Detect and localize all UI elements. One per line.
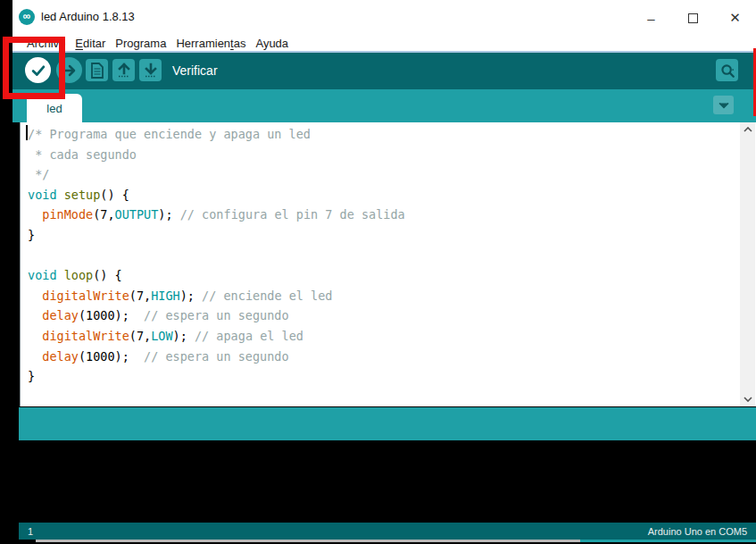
arduino-logo-icon: ∞: [19, 9, 35, 25]
scroll-up-button[interactable]: [740, 122, 755, 137]
maximize-icon: [688, 13, 698, 23]
code-line: void setup() {: [28, 185, 740, 205]
chevron-down-icon: [719, 102, 729, 109]
status-bar: 1 Arduino Uno en COM5: [19, 523, 756, 540]
document-icon: [90, 63, 104, 79]
menu-item-ayuda[interactable]: Ayuda: [255, 37, 288, 50]
window-controls: – ✕: [630, 0, 756, 36]
menu-item-herramientas[interactable]: Herramientas: [176, 37, 245, 50]
arrow-down-icon: [143, 62, 159, 79]
code-line: [28, 246, 740, 266]
window-bottom-edge: [36, 540, 580, 542]
verify-tooltip-label: Verificar: [172, 63, 218, 78]
chevron-up-icon: [744, 127, 752, 132]
code-line: * cada segundo: [28, 145, 740, 165]
close-button[interactable]: ✕: [714, 0, 756, 36]
code-line: }: [28, 225, 740, 246]
close-icon: ✕: [729, 10, 741, 26]
maximize-button[interactable]: [672, 0, 714, 36]
console-output: [19, 440, 756, 523]
menu-bar: ArchivoEditarProgramaHerramientasAyuda: [12, 36, 756, 51]
menu-item-programa[interactable]: Programa: [115, 37, 166, 50]
save-sketch-button[interactable]: [139, 59, 162, 81]
serial-monitor-button[interactable]: [716, 59, 738, 81]
menu-item-editar[interactable]: Editar: [75, 37, 105, 50]
code-line: */: [28, 164, 740, 185]
code-line: digitalWrite(7,HIGH); // enciende el led: [28, 286, 740, 306]
screenshot-canvas: ∞ led Arduino 1.8.13 – ✕ ArchivoEditarPr…: [0, 0, 756, 544]
code-line: pinMode(7,OUTPUT); // configura el pin 7…: [28, 205, 740, 225]
line-number-indicator: 1: [28, 526, 33, 537]
window-title: led Arduino 1.8.13: [41, 10, 135, 23]
code-line: void loop() {: [28, 265, 740, 286]
code-line: delay(1000); // espera un segundo: [28, 305, 740, 326]
code-editor[interactable]: /* Programa que enciende y apaga un led …: [20, 122, 756, 406]
code-area[interactable]: /* Programa que enciende y apaga un led …: [21, 124, 740, 406]
chevron-down-icon: [744, 397, 752, 402]
new-sketch-button[interactable]: [86, 59, 108, 81]
tab-bar: led: [12, 89, 756, 122]
code-line: delay(1000); // espera un segundo: [28, 347, 740, 367]
arduino-ide-window: ∞ led Arduino 1.8.13 – ✕ ArchivoEditarPr…: [12, 0, 756, 540]
code-line: /* Programa que enciende y apaga un led: [28, 124, 740, 145]
code-line: digitalWrite(7,LOW); // apaga el led: [28, 326, 740, 347]
title-bar[interactable]: ∞ led Arduino 1.8.13 – ✕: [12, 0, 756, 36]
magnifier-icon: [719, 63, 735, 79]
board-port-indicator: Arduino Uno en COM5: [648, 526, 747, 537]
annotation-red-box: [3, 37, 65, 99]
console-header-strip[interactable]: [19, 407, 756, 440]
minimize-button[interactable]: –: [630, 0, 672, 36]
scroll-down-button[interactable]: [740, 392, 755, 406]
window-bottom-edge-teal: [580, 540, 756, 542]
minimize-icon: –: [647, 11, 654, 26]
toolbar: Verificar: [12, 53, 756, 89]
code-line: }: [28, 366, 740, 387]
arrow-up-icon: [116, 62, 132, 79]
tab-list-dropdown-button[interactable]: [713, 96, 734, 114]
editor-scrollbar[interactable]: [740, 122, 755, 406]
open-sketch-button[interactable]: [112, 59, 135, 81]
